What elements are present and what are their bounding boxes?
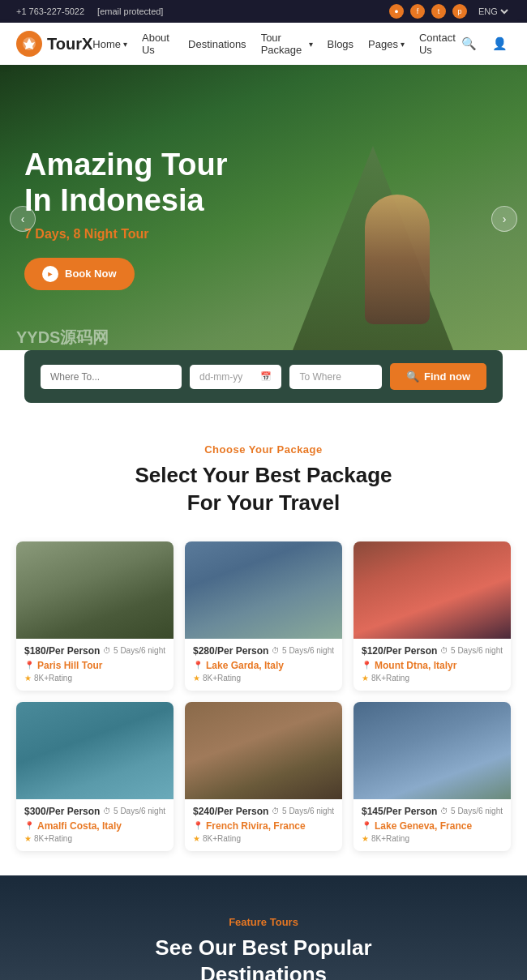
package-rating: ★8K+Rating xyxy=(24,674,165,683)
phone-number: +1 763-227-5022 xyxy=(16,6,84,16)
package-price: $280/Per Person xyxy=(193,645,268,657)
navbar: TourX Home ▾ About Us Destinations Tour … xyxy=(0,23,527,65)
package-rating: ★8K+Rating xyxy=(362,834,503,843)
clock-icon: ⏱ xyxy=(440,807,448,815)
hero-person-decoration xyxy=(365,195,430,324)
star-icon: ★ xyxy=(362,834,369,843)
package-meta: $120/Per Person ⏱5 Days/6 night xyxy=(362,645,503,657)
package-info: $280/Per Person ⏱5 Days/6 night 📍Lake Ga… xyxy=(185,639,342,691)
nav-blogs[interactable]: Blogs xyxy=(328,38,354,50)
find-now-label: Find now xyxy=(424,370,470,383)
package-card[interactable]: $180/Per Person ⏱5 Days/6 night 📍Paris H… xyxy=(16,541,174,691)
nav-tour-package[interactable]: Tour Package ▾ xyxy=(261,32,313,56)
user-button[interactable]: 👤 xyxy=(488,32,511,55)
nav-about[interactable]: About Us xyxy=(142,32,174,56)
package-image xyxy=(353,702,511,799)
chevron-down-icon: ▾ xyxy=(309,40,313,49)
package-card[interactable]: $240/Per Person ⏱5 Days/6 night 📍French … xyxy=(185,702,342,851)
clock-icon: ⏱ xyxy=(440,646,448,655)
package-image xyxy=(185,541,342,639)
pin-icon: 📍 xyxy=(193,821,203,830)
clock-icon: ⏱ xyxy=(103,807,111,815)
package-name: 📍Lake Garda, Italy xyxy=(193,660,334,671)
calendar-icon: 📅 xyxy=(260,371,272,382)
package-info: $240/Per Person ⏱5 Days/6 night 📍French … xyxy=(185,799,342,851)
package-price: $120/Per Person xyxy=(362,645,437,657)
package-rating: ★8K+Rating xyxy=(362,674,503,683)
package-info: $300/Per Person ⏱5 Days/6 night 📍Amalfi … xyxy=(16,799,174,851)
package-rating: ★8K+Rating xyxy=(193,834,334,843)
star-icon: ★ xyxy=(24,834,32,843)
package-duration: ⏱5 Days/6 night xyxy=(103,807,165,815)
package-card[interactable]: $120/Per Person ⏱5 Days/6 night 📍Mount D… xyxy=(353,541,511,691)
play-icon: ► xyxy=(42,266,58,282)
package-duration: ⏱5 Days/6 night xyxy=(103,646,165,655)
pin-icon: 📍 xyxy=(24,821,34,830)
pin-icon: 📍 xyxy=(362,661,371,670)
hero-content: Amazing TourIn Indonesia 7 Days, 8 Night… xyxy=(0,148,252,289)
package-meta: $180/Per Person ⏱5 Days/6 night xyxy=(24,645,165,657)
package-meta: $280/Per Person ⏱5 Days/6 night xyxy=(193,645,334,657)
logo[interactable]: TourX xyxy=(16,31,92,57)
language-select[interactable]: ENG xyxy=(475,6,511,17)
package-price: $180/Per Person xyxy=(24,645,100,657)
package-meta: $300/Per Person ⏱5 Days/6 night xyxy=(24,806,165,817)
package-rating: ★8K+Rating xyxy=(24,834,165,843)
package-info: $120/Per Person ⏱5 Days/6 night 📍Mount D… xyxy=(353,639,511,691)
email-address: [email protected] xyxy=(97,6,163,16)
chevron-down-icon: ▾ xyxy=(401,40,405,49)
package-price: $145/Per Person xyxy=(362,806,437,817)
package-info: $180/Per Person ⏱5 Days/6 night 📍Paris H… xyxy=(16,639,174,691)
where-to-input[interactable] xyxy=(41,365,182,389)
date-input-wrapper[interactable]: dd-mm-yy 📅 xyxy=(190,365,281,389)
nav-contact[interactable]: Contact Us xyxy=(419,32,457,56)
pinterest-icon[interactable]: p xyxy=(452,4,467,19)
nav-links: Home ▾ About Us Destinations Tour Packag… xyxy=(92,32,457,56)
nav-action-icons: 🔍 👤 xyxy=(457,32,511,55)
package-price: $300/Per Person xyxy=(24,806,100,817)
to-where-select[interactable]: To Where Paris Italy France Indonesia xyxy=(289,365,381,389)
nav-home[interactable]: Home ▾ xyxy=(92,38,127,50)
packages-grid: $180/Per Person ⏱5 Days/6 night 📍Paris H… xyxy=(16,541,511,851)
facebook-icon[interactable]: f xyxy=(410,4,425,19)
top-bar-contact: +1 763-227-5022 [email protected] xyxy=(16,6,163,16)
package-card[interactable]: $300/Per Person ⏱5 Days/6 night 📍Amalfi … xyxy=(16,702,174,851)
hero-subtitle: 7 Days, 8 Night Tour xyxy=(24,227,228,242)
hero-title: Amazing TourIn Indonesia xyxy=(24,148,228,218)
chevron-down-icon: ▾ xyxy=(123,40,127,49)
search-button[interactable]: 🔍 xyxy=(457,32,480,55)
star-icon: ★ xyxy=(193,834,200,843)
package-card[interactable]: $280/Per Person ⏱5 Days/6 night 📍Lake Ga… xyxy=(185,541,342,691)
pin-icon: 📍 xyxy=(193,661,203,670)
package-name: 📍Amalfi Costa, Italy xyxy=(24,820,165,832)
find-now-button[interactable]: 🔍 Find now xyxy=(390,363,486,390)
watermark: YYDS源码网 xyxy=(16,327,109,349)
package-card[interactable]: $145/Per Person ⏱5 Days/6 night 📍Lake Ge… xyxy=(353,702,511,851)
next-slide-button[interactable]: › xyxy=(491,206,517,232)
package-rating: ★8K+Rating xyxy=(193,674,334,683)
search-section: dd-mm-yy 📅 To Where Paris Italy France I… xyxy=(0,350,527,403)
package-image xyxy=(16,541,174,639)
package-duration: ⏱5 Days/6 night xyxy=(440,807,503,815)
package-meta: $145/Per Person ⏱5 Days/6 night xyxy=(362,806,503,817)
search-bar: dd-mm-yy 📅 To Where Paris Italy France I… xyxy=(24,350,503,403)
logo-text: TourX xyxy=(47,35,92,53)
star-icon: ★ xyxy=(24,674,32,683)
star-icon: ★ xyxy=(193,674,200,683)
twitter-icon[interactable]: t xyxy=(431,4,446,19)
packages-label: Choose Your Package xyxy=(16,443,511,456)
star-icon: ★ xyxy=(362,674,369,683)
packages-title: Select Your Best PackageFor Your Travel xyxy=(16,462,511,517)
package-duration: ⏱5 Days/6 night xyxy=(440,646,503,655)
package-duration: ⏱5 Days/6 night xyxy=(272,807,334,815)
pin-icon: 📍 xyxy=(24,661,34,670)
book-now-button[interactable]: ► Book Now xyxy=(24,258,135,290)
nav-pages[interactable]: Pages ▾ xyxy=(368,38,405,50)
clock-icon: ⏱ xyxy=(272,807,280,815)
logo-icon xyxy=(16,31,42,57)
feature-title: See Our Best PopularDestinations xyxy=(16,935,511,980)
instagram-icon[interactable]: ● xyxy=(389,4,404,19)
nav-destinations[interactable]: Destinations xyxy=(188,38,246,50)
prev-slide-button[interactable]: ‹ xyxy=(10,206,36,232)
top-bar-right: ● f t p ENG xyxy=(389,4,511,19)
